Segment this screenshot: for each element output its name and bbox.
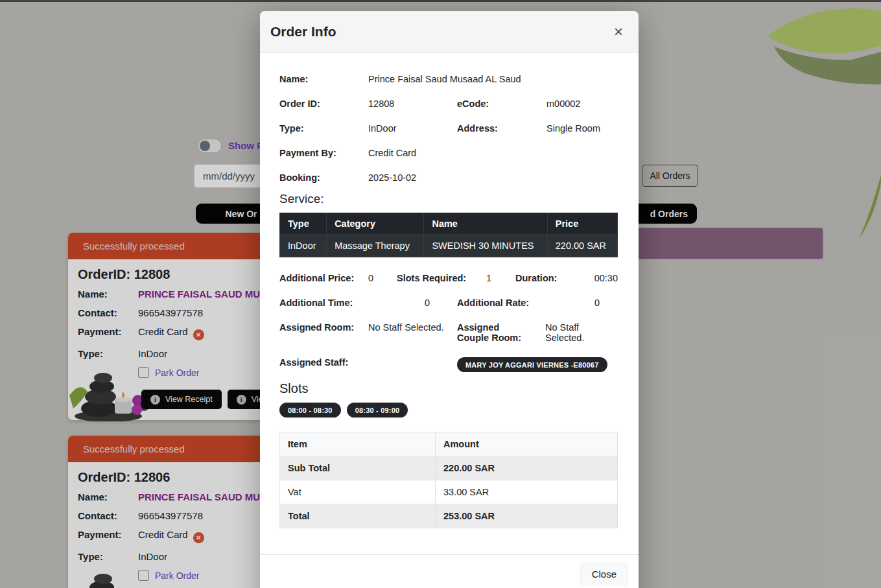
total-value: 253.00 SAR [436, 504, 618, 528]
service-row: InDoor Massage Therapy SWEDISH 30 MINUTE… [280, 235, 618, 257]
field-label: Order ID: [279, 99, 368, 109]
col-price: Price [547, 213, 617, 235]
duration-value: 00:30 [589, 273, 618, 283]
slots-list: 08:00 - 08:30 08:30 - 09:00 [279, 403, 618, 417]
details-row-2: Additional Time: 0 Additional Rate: 0 [279, 298, 618, 308]
total-row: Total 253.00 SAR [280, 504, 618, 528]
field-row-orderid: Order ID: 12808 eCode: m00002 [279, 99, 618, 109]
assigned-staff-label: Assigned Staff: [279, 357, 457, 368]
field-value-orderid: 12808 [368, 99, 457, 109]
field-value-name: Prince Faisal Saud Musaad AL Saud [368, 74, 618, 84]
service-category: Massage Therapy [327, 235, 424, 257]
order-info-modal: Order Info × Name: Prince Faisal Saud Mu… [260, 11, 639, 588]
field-value-payment: Credit Card [368, 148, 618, 158]
additional-time-value: 0 [368, 298, 430, 308]
subtotal-row: Sub Total 220.00 SAR [280, 456, 618, 480]
assigned-couple-room-label: Assigned Couple Room: [457, 322, 545, 343]
duration-label: Duration: [515, 273, 589, 283]
field-label: Address: [457, 123, 546, 134]
col-item: Item [280, 432, 436, 456]
col-amount: Amount [436, 432, 618, 456]
additional-price-label: Additional Price: [279, 273, 368, 283]
field-label: Payment By: [279, 148, 368, 158]
slots-required-value: 1 [486, 273, 515, 283]
close-button[interactable]: Close [580, 563, 628, 585]
close-icon[interactable]: × [614, 24, 623, 40]
assigned-room-value: No Staff Selected. [368, 322, 457, 343]
service-header-row: Type Category Name Price [280, 213, 618, 235]
field-value-type: InDoor [368, 123, 457, 134]
service-name: SWEDISH 30 MINUTES [424, 235, 547, 257]
col-type: Type [280, 213, 327, 235]
field-label: Type: [279, 123, 368, 134]
staff-badge: MARY JOY AGGARI VIERNES -E80067 [457, 357, 607, 372]
assigned-couple-room-value: No Staff Selected. [545, 322, 618, 343]
details-row-1: Additional Price: 0 Slots Required: 1 Du… [279, 273, 618, 283]
slots-heading: Slots [279, 381, 618, 396]
field-label: Booking: [279, 172, 368, 183]
col-category: Category [327, 213, 424, 235]
service-heading: Service: [279, 192, 618, 206]
service-type: InDoor [280, 235, 327, 257]
slot-badge: 08:00 - 08:30 [279, 403, 341, 417]
slot-badge: 08:30 - 09:00 [347, 403, 408, 417]
field-value-address: Single Room [546, 123, 618, 134]
vat-value: 33.00 SAR [436, 480, 618, 504]
field-row-booking: Booking: 2025-10-02 [279, 172, 618, 183]
vat-label: Vat [280, 480, 436, 504]
additional-price-value: 0 [368, 273, 397, 283]
service-price: 220.00 SAR [547, 235, 617, 257]
field-value-ecode: m00002 [546, 99, 618, 109]
field-label: eCode: [457, 99, 546, 109]
vat-row: Vat 33.00 SAR [280, 480, 618, 504]
col-name: Name [424, 213, 547, 235]
total-label: Total [280, 504, 436, 528]
assigned-room-label: Assigned Room: [279, 322, 368, 343]
assigned-staff-row: Assigned Staff: MARY JOY AGGARI VIERNES … [279, 357, 618, 372]
field-label: Name: [279, 74, 368, 84]
modal-body: Name: Prince Faisal Saud Musaad AL Saud … [260, 53, 639, 541]
modal-footer: Close [260, 554, 639, 588]
field-value-booking: 2025-10-02 [368, 172, 618, 183]
field-row-type: Type: InDoor Address: Single Room [279, 123, 618, 134]
modal-title: Order Info [270, 24, 336, 40]
summary-header-row: Item Amount [280, 432, 618, 456]
slots-required-label: Slots Required: [397, 273, 486, 283]
field-row-name: Name: Prince Faisal Saud Musaad AL Saud [279, 74, 618, 84]
additional-rate-label: Additional Rate: [457, 298, 546, 308]
modal-header: Order Info × [260, 11, 639, 53]
field-row-payment: Payment By: Credit Card [279, 148, 618, 158]
subtotal-value: 220.00 SAR [436, 456, 618, 480]
additional-rate-value: 0 [546, 298, 618, 308]
additional-time-label: Additional Time: [279, 298, 368, 308]
details-row-3: Assigned Room: No Staff Selected. Assign… [279, 322, 618, 343]
subtotal-label: Sub Total [280, 456, 436, 480]
service-table: Type Category Name Price InDoor Massage … [279, 213, 618, 257]
summary-table: Item Amount Sub Total 220.00 SAR Vat 33.… [279, 432, 618, 528]
